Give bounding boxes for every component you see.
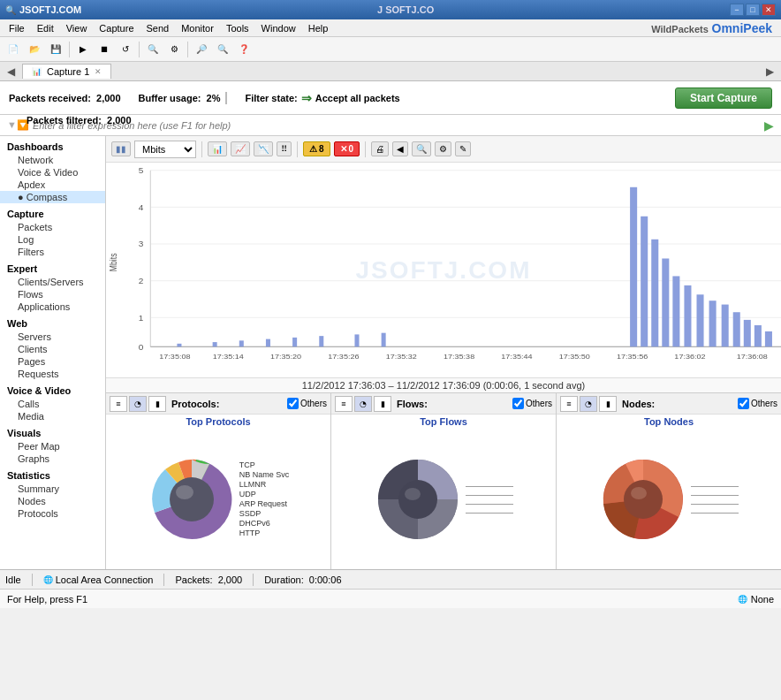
duration-value: 0:00:06	[309, 574, 342, 585]
protocols-legend: TCP NB Name Svc LLMNR UDP ARP Request SS…	[239, 460, 290, 537]
tab-nav-next[interactable]: ▶	[762, 65, 777, 78]
flows-tab-list[interactable]: ≡	[335, 396, 353, 412]
sidebar-item-compass[interactable]: ● Compass	[0, 191, 105, 203]
nodes-others-check: Others	[738, 398, 777, 409]
capture-tab-1[interactable]: 📊 Capture 1 ✕	[22, 64, 111, 79]
errors-button[interactable]: ✕ 0	[334, 141, 360, 156]
zoom-in-button[interactable]: 🔎	[192, 40, 211, 59]
menu-window[interactable]: Window	[256, 21, 301, 35]
settings-button[interactable]: ⚙	[435, 141, 451, 156]
sidebar-item-apdex[interactable]: Apdex	[0, 179, 105, 191]
nodes-others-checkbox[interactable]	[738, 398, 749, 409]
sidebar-item-graphs[interactable]: Graphs	[0, 453, 105, 465]
menu-send[interactable]: Send	[141, 21, 175, 35]
menu-edit[interactable]: Edit	[32, 21, 59, 35]
flows-others-checkbox[interactable]	[512, 398, 524, 409]
menu-view[interactable]: View	[61, 21, 93, 35]
sidebar-item-log[interactable]: Log	[0, 233, 105, 246]
chart-bar-icon[interactable]: ▮▮	[111, 141, 131, 156]
print-button[interactable]: 🖨	[371, 141, 389, 156]
nodes-panel-title: Top Nodes	[557, 415, 781, 429]
svg-rect-27	[684, 285, 691, 346]
tab-nav-prev[interactable]: ◀	[4, 65, 19, 78]
sidebar-item-packets[interactable]: Packets	[0, 221, 105, 233]
restart-button[interactable]: ↺	[116, 40, 135, 59]
more-button[interactable]: ✎	[455, 141, 471, 156]
protocols-tab-pie[interactable]: ◔	[129, 396, 147, 412]
sidebar-item-summary[interactable]: Summary	[0, 483, 105, 495]
svg-text:2: 2	[139, 277, 144, 285]
protocols-tab-bar[interactable]: ▮	[148, 396, 166, 412]
svg-rect-29	[709, 301, 717, 346]
protocols-others-checkbox[interactable]	[287, 398, 299, 409]
filter-run-button[interactable]: ▶	[761, 118, 777, 133]
svg-rect-14	[177, 344, 181, 346]
svg-rect-20	[354, 334, 359, 346]
sidebar-item-voice-video[interactable]: Voice & Video	[0, 166, 105, 179]
chart-type-line[interactable]: 📈	[231, 141, 250, 156]
maximize-button[interactable]: □	[746, 4, 760, 16]
zoom-button[interactable]: 🔍	[412, 141, 431, 156]
tab-close-button[interactable]: ✕	[95, 67, 102, 76]
protocols-tab-list[interactable]: ≡	[110, 396, 127, 412]
sidebar-item-filters[interactable]: Filters	[0, 246, 105, 258]
legend-item-llmnr: LLMNR	[239, 480, 290, 489]
help-icon-button[interactable]: ❓	[234, 40, 254, 59]
sidebar-item-clients-servers[interactable]: Clients/Servers	[0, 276, 105, 288]
packets-received-label: Packets received:	[9, 93, 91, 103]
title-bar: 🔍 JSOFTJ.COM J SOFTJ.CO − □ ✕	[0, 0, 781, 19]
chart-unit-select[interactable]: Mbits Kbits Packets	[134, 141, 196, 158]
sidebar-item-pages[interactable]: Pages	[0, 355, 105, 368]
close-button[interactable]: ✕	[762, 4, 776, 16]
panel-protocols: ≡ ◔ ▮ Protocols: Others Top Protocols	[106, 393, 331, 569]
sidebar-item-network[interactable]: Network	[0, 154, 105, 166]
flows-tab-bar[interactable]: ▮	[374, 396, 391, 412]
new-button[interactable]: 📄	[4, 40, 23, 59]
sidebar-item-applications[interactable]: Applications	[0, 301, 105, 313]
flows-tab-pie[interactable]: ◔	[354, 396, 372, 412]
sidebar-item-requests[interactable]: Requests	[0, 368, 105, 380]
packets-received: Packets received: 2,000	[9, 93, 121, 103]
zoom-out-button[interactable]: 🔍	[213, 40, 232, 59]
buffer-usage: Buffer usage: 2%	[139, 93, 228, 103]
alerts-button[interactable]: ⚠ 8	[303, 141, 330, 156]
sidebar-item-protocols[interactable]: Protocols	[0, 507, 105, 520]
sidebar-item-peer-map[interactable]: Peer Map	[0, 440, 105, 453]
save-button[interactable]: 💾	[46, 40, 65, 59]
options-button[interactable]: ⚙	[164, 40, 184, 59]
minimize-button[interactable]: −	[730, 4, 744, 16]
sidebar-item-servers[interactable]: Servers	[0, 331, 105, 343]
filter-button[interactable]: 🔍	[143, 40, 163, 59]
nodes-tab-list[interactable]: ≡	[560, 396, 578, 412]
start-capture-button[interactable]: Start Capture	[675, 88, 772, 109]
menu-help[interactable]: Help	[303, 21, 334, 35]
title-bar-left: 🔍 JSOFTJ.COM	[5, 4, 81, 15]
panel-flows: ≡ ◔ ▮ Flows: Others Top Flows	[331, 393, 557, 569]
bar-chart-icon: ▮▮	[116, 144, 126, 154]
chart-type-area[interactable]: 📉	[254, 141, 273, 156]
buffer-bar-spacer	[225, 93, 227, 103]
sidebar-item-nodes[interactable]: Nodes	[0, 495, 105, 507]
sidebar-item-flows[interactable]: Flows	[0, 288, 105, 301]
svg-text:17:35:38: 17:35:38	[444, 353, 474, 361]
menu-monitor[interactable]: Monitor	[176, 21, 219, 35]
chart-type-scatter[interactable]: ⠿	[277, 141, 292, 156]
nodes-tab-bar[interactable]: ▮	[599, 396, 617, 412]
svg-text:17:35:32: 17:35:32	[386, 353, 417, 361]
flows-panel-label: Flows:	[397, 399, 428, 409]
prev-button[interactable]: ◀	[392, 141, 408, 156]
menu-capture[interactable]: Capture	[94, 21, 139, 35]
open-button[interactable]: 📂	[25, 40, 44, 59]
svg-point-47	[176, 485, 193, 499]
chart-type-bar[interactable]: 📊	[208, 141, 227, 156]
capture-button[interactable]: ▶	[73, 40, 93, 59]
filter-expression-input[interactable]	[33, 120, 761, 131]
stop-button[interactable]: ⏹	[95, 40, 114, 59]
sidebar-item-calls[interactable]: Calls	[0, 398, 105, 410]
nodes-tab-pie[interactable]: ◔	[580, 396, 597, 412]
menu-file[interactable]: File	[4, 21, 30, 35]
sidebar-item-media[interactable]: Media	[0, 410, 105, 422]
sidebar-item-clients[interactable]: Clients	[0, 343, 105, 355]
menu-tools[interactable]: Tools	[221, 21, 254, 35]
packet-info-bar: Packets received: 2,000 Buffer usage: 2%…	[0, 81, 781, 115]
